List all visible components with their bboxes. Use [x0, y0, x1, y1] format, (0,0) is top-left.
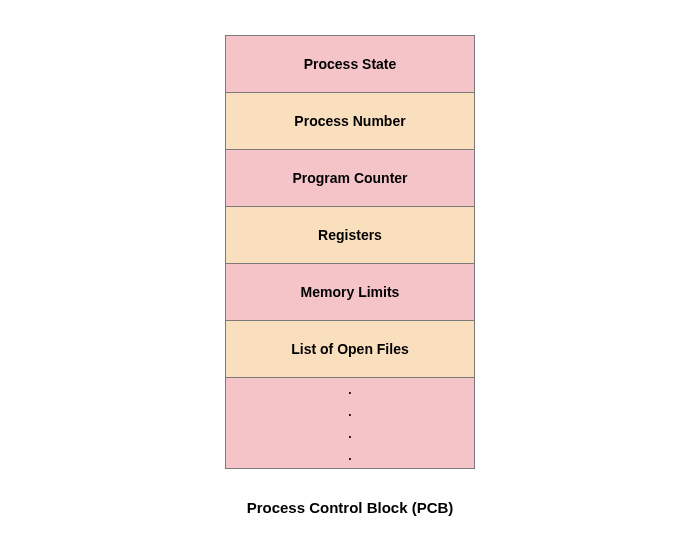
pcb-row-program-counter: Program Counter [226, 150, 474, 207]
pcb-row-memory-limits: Memory Limits [226, 264, 474, 321]
pcb-row-registers: Registers [226, 207, 474, 264]
pcb-row-ellipsis: . . . . [226, 378, 474, 468]
ellipsis-dot: . [348, 428, 351, 440]
pcb-row-label: Process Number [294, 113, 405, 129]
pcb-row-label: Process State [304, 56, 397, 72]
pcb-diagram: Process State Process Number Program Cou… [225, 35, 475, 469]
pcb-row-process-number: Process Number [226, 93, 474, 150]
pcb-row-open-files: List of Open Files [226, 321, 474, 378]
pcb-row-label: Memory Limits [301, 284, 400, 300]
pcb-row-label: List of Open Files [291, 341, 408, 357]
ellipsis-dot: . [348, 406, 351, 418]
pcb-row-process-state: Process State [226, 36, 474, 93]
diagram-caption: Process Control Block (PCB) [247, 499, 454, 516]
pcb-row-label: Program Counter [292, 170, 407, 186]
pcb-row-label: Registers [318, 227, 382, 243]
ellipsis-dot: . [348, 450, 351, 462]
ellipsis-dot: . [348, 384, 351, 396]
